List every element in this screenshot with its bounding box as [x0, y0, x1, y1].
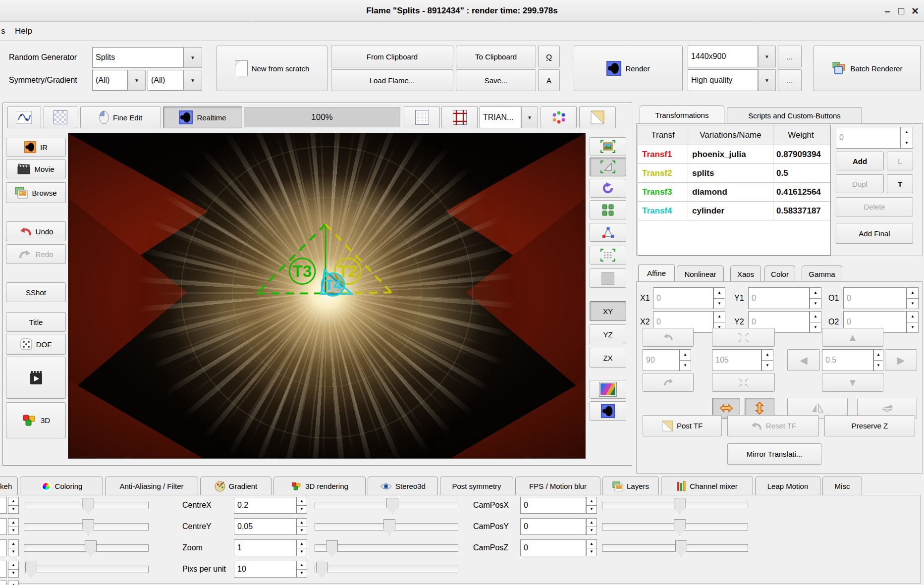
reset-tf-button[interactable]: Reset TF	[727, 415, 819, 436]
delete-transform-button[interactable]: Delete	[836, 197, 913, 216]
post-transform-view-button[interactable]	[579, 106, 616, 128]
spin-up-icon[interactable]: ▲	[810, 287, 821, 299]
new-from-scratch-button[interactable]: New from scratch	[217, 46, 327, 91]
a-shortcut-button[interactable]: A	[538, 69, 560, 91]
spin-down-icon[interactable]: ▼	[679, 360, 691, 372]
dof-button[interactable]: DOF	[6, 334, 66, 355]
blank-tool-button[interactable]	[590, 268, 626, 288]
zoom-spin-buttons[interactable]: ▲▼	[296, 539, 307, 556]
table-row[interactable]: Transf2 splits 0.5	[638, 164, 830, 183]
spin-up-icon[interactable]: ▲	[586, 497, 597, 506]
ir-button[interactable]: IR	[6, 138, 66, 157]
spin-up-icon[interactable]: ▲	[8, 581, 19, 585]
resolution-dropdown-arrow-icon[interactable]: ▼	[758, 46, 776, 67]
tab-layers[interactable]: Layers	[602, 477, 659, 495]
cam-yaw-slider[interactable]	[602, 539, 748, 557]
spin-up-icon[interactable]: ▲	[586, 518, 597, 527]
transparency-button[interactable]	[44, 106, 77, 128]
spin-up-icon[interactable]: ▲	[761, 349, 773, 361]
clipped-field[interactable]	[0, 497, 7, 514]
spin-down-icon[interactable]: ▼	[873, 360, 883, 372]
centre-y-spin-buttons[interactable]: ▲▼	[296, 518, 307, 535]
spin-down-icon[interactable]: ▼	[586, 505, 597, 514]
campos-y-slider[interactable]	[315, 518, 458, 536]
tab-anti-aliasing-filter[interactable]: Anti-Aliasing / Filter	[105, 477, 198, 495]
resolution-more-button[interactable]: ...	[778, 46, 802, 67]
browse-button[interactable]: Browse	[6, 182, 66, 203]
triangle-nodes-button[interactable]	[590, 223, 626, 242]
spin-up-icon[interactable]: ▲	[713, 311, 725, 322]
tab-leap-motion[interactable]: Leap Motion	[755, 477, 820, 495]
spin-up-icon[interactable]: ▲	[679, 349, 691, 361]
transform-triangles-overlay[interactable]: T3 T2 T4	[68, 133, 585, 459]
clipped-spin-buttons[interactable]: ▲▼	[8, 518, 19, 535]
centre-y-field[interactable]: 0.05	[234, 518, 296, 535]
centre-x-field[interactable]: 0.2	[234, 497, 296, 514]
table-row[interactable]: Transf4 cylinder 0.58337187	[638, 202, 830, 220]
spin-down-icon[interactable]: ▼	[8, 505, 19, 514]
x1-spin-buttons[interactable]: ▲▼	[713, 287, 725, 309]
tab-color[interactable]: Color	[764, 266, 795, 282]
tab-nonlinear[interactable]: Nonlinear	[677, 266, 724, 282]
fit-image-button[interactable]	[590, 137, 626, 156]
tile-view-button[interactable]	[590, 200, 626, 219]
clipped-spin-buttons[interactable]: ▲▼	[8, 581, 19, 585]
add-transform-button[interactable]: Add	[836, 152, 884, 170]
spin-down-icon[interactable]: ▼	[907, 298, 919, 310]
y1-spin-buttons[interactable]: ▲▼	[810, 287, 821, 309]
spin-up-icon[interactable]: ▲	[586, 539, 597, 548]
tab-3d-rendering[interactable]: 3D rendering	[273, 477, 366, 495]
transform-index-spinner[interactable]: 0	[836, 127, 900, 149]
o2-spin-buttons[interactable]: ▲▼	[907, 311, 919, 333]
centre-x-spin-buttons[interactable]: ▲▼	[296, 497, 307, 514]
tab-misc[interactable]: Misc	[822, 477, 862, 495]
centre-x-slider[interactable]	[24, 497, 149, 515]
guides-toggle-button[interactable]	[441, 106, 478, 128]
random-generator-dropdown-arrow-icon[interactable]: ▼	[183, 47, 202, 68]
quality-select[interactable]: High quality	[688, 69, 758, 91]
realtime-button[interactable]: Realtime	[163, 106, 242, 128]
pixs-per-unit-spin-buttons[interactable]: ▲▼	[296, 561, 307, 578]
spin-down-icon[interactable]: ▼	[810, 322, 821, 333]
y2-spin-buttons[interactable]: ▲▼	[810, 311, 821, 333]
campos-x-field[interactable]: 0	[520, 497, 586, 514]
add-final-button[interactable]: Add Final	[836, 223, 913, 244]
tab-fps-motion-blur[interactable]: FPS / Motion blur	[515, 477, 600, 495]
campos-z-field[interactable]: 0	[520, 539, 586, 556]
tab-transformations[interactable]: Transformations	[640, 106, 724, 124]
title-button[interactable]: Title	[6, 312, 66, 332]
mirror-translate-button[interactable]: Mirror Translati...	[727, 443, 821, 465]
spin-down-icon[interactable]: ▼	[296, 569, 307, 578]
spin-up-icon[interactable]: ▲	[296, 539, 307, 548]
clipped-spin-buttons[interactable]: ▲▼	[8, 561, 19, 578]
y1-field[interactable]: 0	[748, 287, 810, 309]
spin-up-icon[interactable]: ▲	[907, 287, 919, 299]
spin-down-icon[interactable]: ▼	[810, 298, 821, 310]
spin-down-icon[interactable]: ▼	[8, 527, 19, 535]
spin-down-icon[interactable]: ▼	[296, 548, 307, 557]
symmetry-dropdown-arrow-icon[interactable]: ▼	[128, 70, 146, 91]
spin-up-icon[interactable]: ▲	[810, 311, 821, 322]
spin-down-icon[interactable]: ▼	[296, 527, 307, 535]
menu-item-help[interactable]: Help	[12, 23, 35, 40]
spin-up-icon[interactable]: ▲	[8, 539, 19, 548]
fractal-preview[interactable]: T3 T2 T4	[68, 133, 586, 459]
duplicate-transform-button[interactable]: Dupl	[836, 174, 884, 193]
clipped-field[interactable]	[0, 561, 7, 578]
spin-down-icon[interactable]: ▼	[900, 138, 913, 149]
zoom-field[interactable]: 1	[234, 539, 296, 556]
campos-x-slider[interactable]	[315, 497, 458, 515]
spin-down-icon[interactable]: ▼	[586, 548, 597, 557]
preserve-z-button[interactable]: Preserve Z	[824, 415, 915, 436]
quality-more-button[interactable]: ...	[778, 69, 802, 91]
fine-edit-button[interactable]: Fine Edit	[80, 106, 161, 128]
gradient-select[interactable]: (All)	[148, 70, 183, 91]
move-up-button[interactable]: ▲	[822, 328, 883, 347]
undo-button[interactable]: Undo	[6, 221, 66, 241]
close-button[interactable]: ×	[909, 0, 922, 22]
gradient-dropdown-arrow-icon[interactable]: ▼	[183, 70, 202, 91]
t-button[interactable]: T	[887, 174, 913, 193]
plane-zx-button[interactable]: ZX	[590, 348, 626, 368]
spin-down-icon[interactable]: ▼	[8, 569, 19, 578]
random-generator-select[interactable]: Splits	[92, 47, 183, 68]
